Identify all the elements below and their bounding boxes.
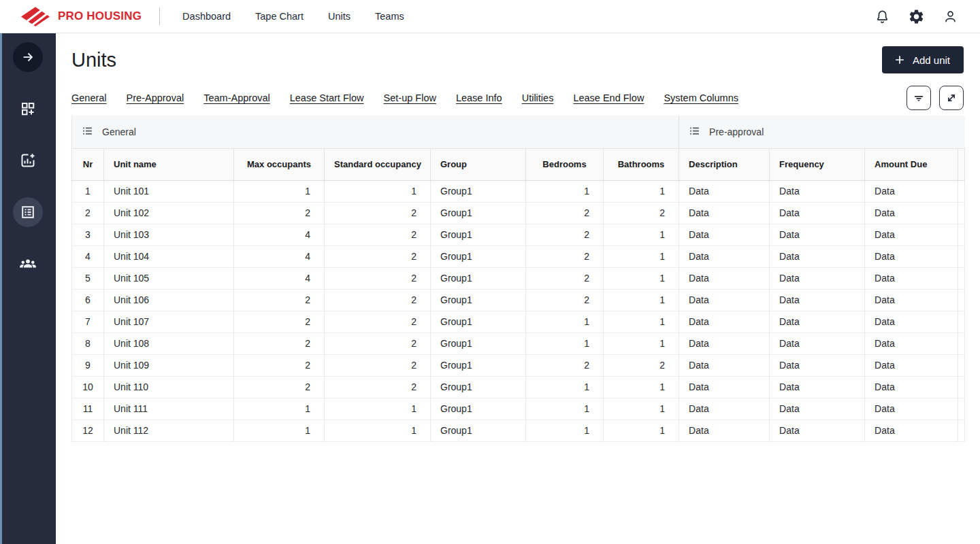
column-header-bathrooms[interactable]: Bathrooms xyxy=(604,148,679,180)
cell-frequency[interactable]: Data xyxy=(770,289,865,311)
cell-group[interactable]: Group1 xyxy=(431,311,526,333)
cell-bedrooms[interactable]: 2 xyxy=(526,202,604,224)
cell-amount-due[interactable]: Data xyxy=(865,311,958,333)
cell-max-occupants[interactable]: 2 xyxy=(234,376,325,398)
cell-max-occupants[interactable]: 2 xyxy=(234,202,325,224)
cell-nr[interactable]: 3 xyxy=(72,224,104,245)
cell-group[interactable]: Group1 xyxy=(431,289,526,311)
cell-bathrooms[interactable]: 1 xyxy=(604,180,679,202)
cell-nr[interactable]: 5 xyxy=(72,267,104,289)
account-button[interactable] xyxy=(942,7,960,25)
column-header-nr[interactable]: Nr xyxy=(72,148,104,180)
cell-bathrooms[interactable]: 1 xyxy=(604,311,679,333)
cell-bathrooms[interactable]: 1 xyxy=(604,267,679,289)
cell-standard-occupancy[interactable]: 1 xyxy=(325,180,431,202)
settings-button[interactable] xyxy=(908,7,926,25)
cell-unit-name[interactable]: Unit 101 xyxy=(104,180,234,202)
cell-max-occupants[interactable]: 4 xyxy=(234,224,325,245)
cell-nr[interactable]: 8 xyxy=(72,333,104,354)
cell-frequency[interactable]: Data xyxy=(770,311,865,333)
cell-description[interactable]: Data xyxy=(679,202,770,224)
tab-general[interactable]: General xyxy=(71,92,107,103)
cell-bedrooms[interactable]: 2 xyxy=(526,245,604,267)
cell-standard-occupancy[interactable]: 2 xyxy=(325,311,431,333)
cell-unit-name[interactable]: Unit 112 xyxy=(104,420,234,441)
tab-utilities[interactable]: Utilities xyxy=(522,92,554,103)
notifications-button[interactable] xyxy=(874,7,892,25)
cell-bathrooms[interactable]: 2 xyxy=(604,354,679,376)
cell-nr[interactable]: 12 xyxy=(72,420,104,441)
cell-description[interactable]: Data xyxy=(679,267,770,289)
cell-max-occupants[interactable]: 1 xyxy=(234,398,325,420)
cell-group[interactable]: Group1 xyxy=(431,180,526,202)
cell-unit-name[interactable]: Unit 104 xyxy=(104,245,234,267)
nav-item-units[interactable]: Units xyxy=(328,11,350,22)
tab-lease-info[interactable]: Lease Info xyxy=(456,92,502,103)
cell-standard-occupancy[interactable]: 2 xyxy=(325,245,431,267)
cell-description[interactable]: Data xyxy=(679,376,770,398)
cell-frequency[interactable]: Data xyxy=(770,202,865,224)
cell-frequency[interactable]: Data xyxy=(770,376,865,398)
cell-unit-name[interactable]: Unit 109 xyxy=(104,354,234,376)
cell-standard-occupancy[interactable]: 2 xyxy=(325,267,431,289)
cell-bathrooms[interactable]: 1 xyxy=(604,224,679,245)
cell-bathrooms[interactable]: 1 xyxy=(604,420,679,441)
cell-description[interactable]: Data xyxy=(679,354,770,376)
cell-nr[interactable]: 7 xyxy=(72,311,104,333)
cell-frequency[interactable]: Data xyxy=(770,267,865,289)
brand-logo[interactable]: PRO HOUSING xyxy=(0,6,159,27)
cell-unit-name[interactable]: Unit 106 xyxy=(104,289,234,311)
cell-group[interactable]: Group1 xyxy=(431,398,526,420)
cell-standard-occupancy[interactable]: 1 xyxy=(325,420,431,441)
cell-standard-occupancy[interactable]: 2 xyxy=(325,354,431,376)
cell-bathrooms[interactable]: 1 xyxy=(604,333,679,354)
cell-bedrooms[interactable]: 1 xyxy=(526,420,604,441)
cell-bedrooms[interactable]: 1 xyxy=(526,311,604,333)
cell-bathrooms[interactable]: 1 xyxy=(604,245,679,267)
cell-max-occupants[interactable]: 2 xyxy=(234,289,325,311)
tab-lease-end-flow[interactable]: Lease End Flow xyxy=(573,92,644,103)
cell-amount-due[interactable]: Data xyxy=(865,267,958,289)
cell-group[interactable]: Group1 xyxy=(431,224,526,245)
cell-nr[interactable]: 9 xyxy=(72,354,104,376)
expand-button[interactable] xyxy=(939,86,964,110)
cell-amount-due[interactable]: Data xyxy=(865,224,958,245)
nav-item-dashboard[interactable]: Dashboard xyxy=(182,11,231,22)
cell-group[interactable]: Group1 xyxy=(431,333,526,354)
cell-amount-due[interactable]: Data xyxy=(865,289,958,311)
column-header-standard-occupancy[interactable]: Standard occupancy xyxy=(325,148,431,180)
cell-bedrooms[interactable]: 1 xyxy=(526,180,604,202)
cell-frequency[interactable]: Data xyxy=(770,245,865,267)
cell-max-occupants[interactable]: 2 xyxy=(234,354,325,376)
nav-item-tape-chart[interactable]: Tape Chart xyxy=(255,11,304,22)
cell-amount-due[interactable]: Data xyxy=(865,245,958,267)
sidebar-item-dashboard-add[interactable] xyxy=(13,94,43,124)
tab-lease-start-flow[interactable]: Lease Start Flow xyxy=(290,92,364,103)
cell-nr[interactable]: 11 xyxy=(72,398,104,420)
cell-bedrooms[interactable]: 1 xyxy=(526,376,604,398)
sidebar-item-chart-add[interactable] xyxy=(13,146,43,175)
cell-bathrooms[interactable]: 2 xyxy=(604,202,679,224)
cell-bedrooms[interactable]: 1 xyxy=(526,398,604,420)
cell-unit-name[interactable]: Unit 110 xyxy=(104,376,234,398)
sidebar-item-teams[interactable] xyxy=(13,249,43,279)
cell-frequency[interactable]: Data xyxy=(770,398,865,420)
column-header-frequency[interactable]: Frequency xyxy=(770,148,865,180)
cell-standard-occupancy[interactable]: 2 xyxy=(325,333,431,354)
cell-nr[interactable]: 2 xyxy=(72,202,104,224)
cell-unit-name[interactable]: Unit 108 xyxy=(104,333,234,354)
tab-team-approval[interactable]: Team-Approval xyxy=(203,92,270,103)
cell-standard-occupancy[interactable]: 2 xyxy=(325,289,431,311)
cell-group[interactable]: Group1 xyxy=(431,202,526,224)
cell-description[interactable]: Data xyxy=(679,333,770,354)
column-header-amount-due[interactable]: Amount Due xyxy=(865,148,958,180)
cell-unit-name[interactable]: Unit 111 xyxy=(104,398,234,420)
cell-frequency[interactable]: Data xyxy=(770,180,865,202)
column-header-unit-name[interactable]: Unit name xyxy=(104,148,234,180)
cell-unit-name[interactable]: Unit 107 xyxy=(104,311,234,333)
cell-nr[interactable]: 4 xyxy=(72,245,104,267)
cell-standard-occupancy[interactable]: 2 xyxy=(325,202,431,224)
column-header-max-occupants[interactable]: Max occupants xyxy=(234,148,325,180)
cell-nr[interactable]: 6 xyxy=(72,289,104,311)
cell-description[interactable]: Data xyxy=(679,398,770,420)
